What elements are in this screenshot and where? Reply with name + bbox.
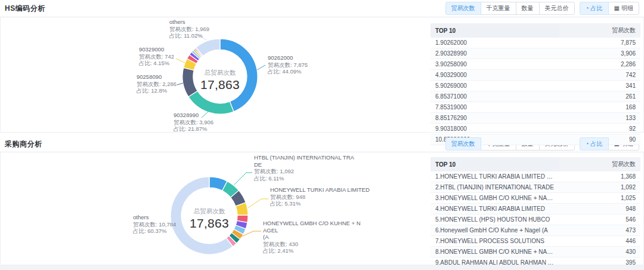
top10-table: TOP 10 贸易次数 1.902620007,8752.903289903,9…: [431, 23, 640, 145]
value-cell: 473: [559, 225, 640, 236]
page-title: HS编码分析: [5, 4, 45, 14]
value-cell: 948: [559, 204, 640, 214]
table-row: 7.85319000168: [431, 102, 640, 113]
view-button-ratio[interactable]: ◔ 占比: [580, 2, 609, 15]
table-grid-icon: ▦: [614, 5, 620, 11]
rank-name-cell: 3.90258090: [431, 59, 559, 70]
top10-table: TOP 10 贸易次数 1.HONEYWELL TURKI ARABIA LIM…: [431, 157, 640, 270]
callout-leader-line: [196, 33, 206, 40]
value-cell: 1,368: [559, 171, 640, 182]
hs-code-analysis-section: HS编码分析 贸易次数 千克重量 数量 美元总价 ◔ 占比 ▦ 明细: [0, 0, 644, 133]
value-cell: 446: [559, 236, 640, 247]
table-header-trade-count: 贸易次数: [559, 157, 640, 171]
table-row: 1.902620007,875: [431, 38, 640, 48]
table-header-trade-count: 贸易次数: [559, 23, 640, 38]
value-cell: 3,906: [559, 48, 640, 59]
callout-leader-line: [234, 173, 252, 185]
pie-chart-icon: ◔: [586, 141, 589, 147]
donut-slice[interactable]: [182, 68, 197, 97]
rank-name-cell: 9.90318000: [431, 124, 559, 134]
table-row: 5.90269000341: [431, 81, 640, 91]
callout-leader-line: [202, 112, 208, 118]
rank-name-cell: 3.HONEYWELL GMBH C/O KUHNE + NAGEL: [431, 193, 559, 204]
rank-name-cell: 8.85176290: [431, 113, 559, 124]
section-header: HS编码分析 贸易次数 千克重量 数量 美元总价 ◔ 占比 ▦ 明细: [0, 0, 644, 17]
value-cell: 2,286: [559, 59, 640, 70]
buyer-donut-chart: [1, 152, 427, 265]
view-button-detail[interactable]: ▦ 明细: [608, 2, 639, 15]
metric-button-trade-count[interactable]: 贸易次数: [445, 2, 481, 15]
page-bottom-strip: [0, 265, 644, 270]
rank-name-cell: 1.HONEYWELL TURKI ARABIA LIMITED SAUD: [431, 171, 559, 182]
table-row: 2.HTBL (TIANJIN) INTERNATIONAL TRADE1,09…: [431, 182, 640, 193]
rank-name-cell: 2.HTBL (TIANJIN) INTERNATIONAL TRADE: [431, 182, 559, 193]
rank-name-cell: 6.Honeywell GmbH C/O Kuhne + Nagel (A: [431, 225, 559, 236]
rank-name-cell: 7.HONEYWELL PROCESS SOLUTIONS: [431, 236, 559, 247]
hs-code-chart-panel: 总贸易次数 17,863 others 贸易次数: 1,969 占比: 11.0…: [0, 17, 644, 133]
metric-button-usd-total[interactable]: 美元总价: [539, 2, 575, 15]
rank-name-cell: 2.90328990: [431, 48, 559, 59]
metric-button-trade-count[interactable]: 贸易次数: [445, 137, 481, 151]
callout-leader-line: [257, 65, 265, 70]
table-row: 2.903289903,906: [431, 48, 640, 59]
value-cell: 430: [559, 247, 640, 257]
donut-slice[interactable]: [220, 39, 258, 112]
value-cell: 261: [559, 91, 640, 102]
metric-button-quantity[interactable]: 数量: [516, 2, 540, 15]
value-cell: 742: [559, 70, 640, 81]
table-row: 9.9031800092: [431, 124, 640, 134]
view-button-ratio-label: 占比: [591, 140, 603, 148]
callout-leader-line: [177, 83, 183, 85]
view-button-ratio-label: 占比: [591, 5, 603, 12]
metric-button-group: 贸易次数 千克重量 数量 美元总价: [445, 2, 575, 15]
table-row: 8.HONEYWELL GMBH C/O KUHNE + NAGEL (A430: [431, 247, 640, 257]
table-row: 6.85371000261: [431, 91, 640, 102]
rank-name-cell: 7.85319000: [431, 102, 559, 113]
rank-name-cell: 4.HONEYWELL TURKI ARABIA LIMITED: [431, 204, 559, 214]
callout-leader-line: [176, 59, 185, 63]
view-button-ratio[interactable]: ◔ 占比: [580, 137, 609, 151]
rank-name-cell: 5.90269000: [431, 81, 559, 91]
value-cell: 546: [559, 214, 640, 225]
rank-name-cell: 8.HONEYWELL GMBH C/O KUHNE + NAGEL (A: [431, 247, 559, 257]
value-cell: 341: [559, 81, 640, 91]
table-header-top10: TOP 10: [431, 157, 559, 171]
value-cell: 1,025: [559, 193, 640, 204]
value-cell: 1,092: [559, 182, 640, 193]
rank-name-cell: 5.HONEYWELL (HPS) HOUSTON HUBCO: [431, 214, 559, 225]
donut-slice[interactable]: [188, 91, 234, 114]
value-cell: 133: [559, 113, 640, 124]
table-row: 6.Honeywell GmbH C/O Kuhne + Nagel (A473: [431, 225, 640, 236]
value-cell: 168: [559, 102, 640, 113]
table-row: 3.902580902,286: [431, 59, 640, 70]
value-cell: 92: [559, 124, 640, 134]
table-header-top10: TOP 10: [431, 23, 559, 38]
page-title: 采购商分析: [5, 139, 42, 149]
value-cell: 7,875: [559, 38, 640, 48]
view-button-group: ◔ 占比 ▦ 明细: [580, 2, 640, 15]
table-header-row: TOP 10 贸易次数: [431, 157, 640, 171]
table-row: 1.HONEYWELL TURKI ARABIA LIMITED SAUD1,3…: [431, 171, 640, 182]
table-row: 4.HONEYWELL TURKI ARABIA LIMITED948: [431, 204, 640, 214]
view-button-detail-label: 明细: [621, 5, 633, 12]
rank-name-cell: 1.90262000: [431, 38, 559, 48]
table-header-row: TOP 10 贸易次数: [431, 23, 640, 38]
table-row: 8.85176290133: [431, 113, 640, 124]
metric-button-kg-weight[interactable]: 千克重量: [481, 2, 516, 15]
callout-leader-line: [248, 199, 268, 208]
hs-code-donut-chart: [1, 17, 427, 132]
table-row: 7.HONEYWELL PROCESS SOLUTIONS446: [431, 236, 640, 247]
metric-toolbar: 贸易次数 千克重量 数量 美元总价 ◔ 占比 ▦ 明细: [445, 2, 640, 15]
table-row: 4.90329000742: [431, 70, 640, 81]
buyer-chart-panel: 总贸易次数 17,863 HTBL (TIANJIN) INTERNATIONA…: [0, 152, 644, 265]
table-row: 5.HONEYWELL (HPS) HOUSTON HUBCO546: [431, 214, 640, 225]
table-row: 3.HONEYWELL GMBH C/O KUHNE + NAGEL1,025: [431, 193, 640, 204]
rank-name-cell: 6.85371000: [431, 91, 559, 102]
buyer-analysis-section: 采购商分析 贸易次数 千克重量 数量 美元总价 ◔ 占比 ▦ 明细: [0, 136, 644, 265]
pie-chart-icon: ◔: [586, 5, 589, 11]
rank-name-cell: 4.90329000: [431, 70, 559, 81]
